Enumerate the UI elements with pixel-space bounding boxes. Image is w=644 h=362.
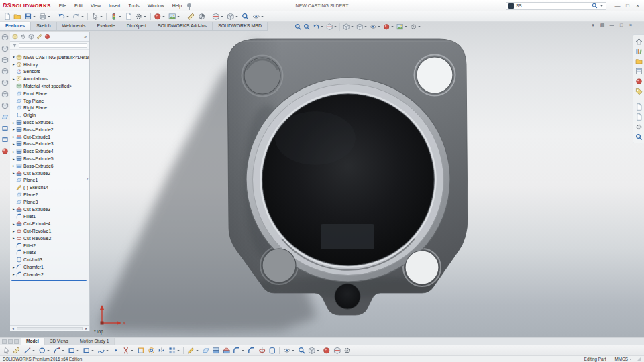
rollback-bar[interactable]: [11, 280, 87, 281]
tree-item[interactable]: Fillet3: [10, 249, 89, 257]
configuration-manager-tab-icon[interactable]: [28, 32, 35, 40]
tree-item[interactable]: ▸Cut-Extrude4: [10, 220, 89, 227]
solidworks-resources-icon[interactable]: [635, 37, 643, 45]
previous-view-icon[interactable]: [311, 22, 325, 32]
wireframe-icon[interactable]: [1, 124, 9, 133]
tab-hole[interactable]: [335, 284, 360, 309]
search-input[interactable]: SS: [516, 3, 590, 8]
view-cube-icon[interactable]: [307, 346, 321, 355]
tab-sketch[interactable]: Sketch: [31, 22, 56, 30]
tree-item[interactable]: Fillet1: [10, 213, 89, 221]
dimxpert-manager-tab-icon[interactable]: [36, 32, 43, 40]
custom-properties-icon[interactable]: [635, 87, 643, 95]
expand-arrow-icon[interactable]: ▸: [11, 121, 16, 125]
scroll-left-icon[interactable]: ◂: [10, 326, 16, 330]
point-icon[interactable]: [111, 346, 121, 355]
doc-tab-3d-views[interactable]: 3D Views: [45, 338, 74, 345]
top-view-icon[interactable]: [1, 78, 9, 87]
offset-entities-icon[interactable]: [146, 346, 156, 355]
tree-item[interactable]: ▸History: [10, 61, 89, 68]
pin-toolbar-icon[interactable]: ▾: [589, 23, 597, 28]
display-style-icon[interactable]: [355, 22, 368, 32]
trim-entities-icon[interactable]: [121, 346, 136, 355]
tree-item[interactable]: Plane3: [10, 198, 89, 206]
rebuild-icon[interactable]: [109, 12, 123, 21]
tab-solidworks-add-ins[interactable]: SOLIDWORKS Add-Ins: [152, 22, 213, 30]
close-window-icon[interactable]: ×: [633, 0, 643, 11]
tree-item[interactable]: ▸Boss-Extrude1: [10, 119, 89, 126]
panel-flyout-arrow[interactable]: ›: [87, 176, 88, 181]
spline-icon[interactable]: [96, 346, 110, 355]
tree-item[interactable]: Front Plane: [10, 90, 89, 97]
tree-item[interactable]: ▸Cut-Extrude2: [10, 170, 89, 177]
search-caret-icon[interactable]: [600, 4, 604, 8]
menu-help[interactable]: Help: [168, 0, 186, 11]
edit-appearance-icon[interactable]: [382, 22, 395, 32]
settings-icon[interactable]: [635, 123, 643, 131]
search-scope-icon[interactable]: [508, 3, 514, 9]
chamfer-icon[interactable]: [247, 346, 257, 355]
tab-solidworks-mbd[interactable]: SOLIDWORKS MBD: [213, 22, 268, 30]
tree-item[interactable]: Top Plane: [10, 97, 89, 105]
reference-plane-icon[interactable]: [201, 346, 211, 355]
property-manager-tab-icon[interactable]: [19, 32, 27, 40]
loft-icon[interactable]: [268, 346, 278, 355]
menu-view[interactable]: View: [87, 0, 105, 11]
tree-item[interactable]: Plane2: [10, 191, 89, 198]
bottom-view-icon[interactable]: [1, 90, 9, 99]
apply-scene-icon[interactable]: [168, 12, 182, 21]
bolt-hole-bottom-right[interactable]: [405, 251, 439, 284]
options-icon[interactable]: [343, 346, 353, 355]
tree-item[interactable]: ▸Boss-Extrude6: [10, 162, 89, 170]
expand-arrow-icon[interactable]: ▸: [11, 135, 16, 139]
file-explorer-icon[interactable]: [635, 57, 643, 65]
extruded-cut-icon[interactable]: [221, 346, 231, 355]
filter-input[interactable]: [19, 43, 87, 48]
tree-item[interactable]: Cut-Loft3: [10, 256, 89, 263]
expand-arrow-icon[interactable]: ▸: [11, 272, 16, 276]
tree-item[interactable]: ▸Boss-Extrude2: [10, 126, 89, 133]
expand-arrow-icon[interactable]: ▸: [11, 164, 16, 168]
edit-appearance-icon[interactable]: [153, 12, 167, 21]
expand-arrow-icon[interactable]: ▸: [11, 171, 16, 175]
bolt-hole-top-right[interactable]: [417, 57, 453, 93]
hide-show-items-icon[interactable]: [251, 12, 265, 21]
tree-item[interactable]: ▸Cut-Revolve2: [10, 235, 89, 242]
linear-pattern-icon[interactable]: [167, 346, 181, 355]
tree-root-item[interactable]: ▾ NEW CASTING (Default<<Default>_Dis: [10, 54, 89, 61]
view-palette-icon[interactable]: [635, 67, 643, 75]
view-orientation-icon[interactable]: [226, 12, 240, 21]
expand-arrow-icon[interactable]: ▸: [11, 265, 16, 269]
restore-doc-icon[interactable]: □: [617, 23, 625, 28]
maximize-window-icon[interactable]: □: [623, 0, 633, 11]
tab-scroll-right-icon[interactable]: [14, 339, 19, 344]
zoom-icon[interactable]: [297, 346, 307, 355]
normal-to-icon[interactable]: [1, 113, 9, 121]
menu-tools[interactable]: Tools: [125, 0, 144, 11]
zoom-to-fit-icon[interactable]: [293, 22, 303, 32]
appearances-scenes-icon[interactable]: [635, 77, 643, 85]
expand-arrow-icon[interactable]: ▸: [11, 127, 16, 131]
tree-item[interactable]: ▸Boss-Extrude5: [10, 155, 89, 162]
options-icon[interactable]: [134, 12, 148, 21]
help-icon[interactable]: [635, 133, 643, 141]
tree-item[interactable]: ▸Annotations: [10, 75, 89, 82]
tree-item[interactable]: ▸Boss-Extrude4: [10, 147, 89, 155]
expand-arrow-icon[interactable]: ▸: [11, 207, 16, 211]
minimize-doc-icon[interactable]: —: [608, 23, 616, 28]
section-view-icon[interactable]: [325, 22, 338, 32]
panel-overflow-icon[interactable]: »: [84, 34, 88, 39]
hidden-lines-visible-icon[interactable]: [1, 135, 9, 144]
pane-split-icon[interactable]: [2, 339, 7, 344]
mirror-entities-icon[interactable]: [157, 346, 167, 355]
expand-arrow-icon[interactable]: ▸: [11, 229, 16, 233]
view-orientation-icon[interactable]: [341, 22, 355, 32]
section-view-icon[interactable]: [211, 12, 225, 21]
redo-icon[interactable]: [71, 12, 85, 21]
expand-arrow-icon[interactable]: ▾: [11, 55, 16, 59]
tile-windows-icon[interactable]: ▤: [598, 23, 606, 28]
document-recovery-icon[interactable]: [635, 113, 643, 121]
open-icon[interactable]: [13, 12, 23, 21]
tree-item[interactable]: (-) Sketch14: [10, 184, 89, 191]
sketch-icon[interactable]: [186, 346, 200, 355]
